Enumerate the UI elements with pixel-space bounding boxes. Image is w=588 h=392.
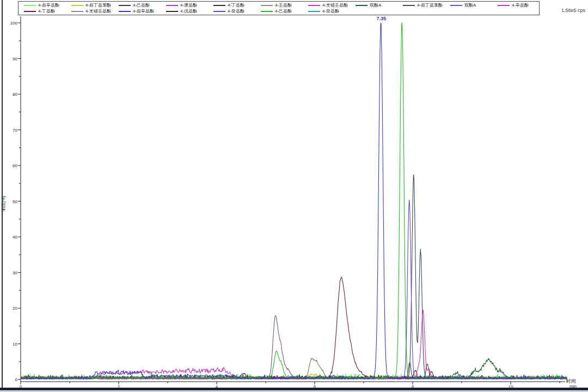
peak-retention-time-label: 7.35 [377,16,387,21]
y-tick-label: 50 [0,199,17,204]
y-tick-label: 0 [0,377,17,382]
chromatogram-trace [21,23,567,379]
y-tick-label: 90 [0,57,17,62]
y-tick-label: 100 [0,21,17,26]
chromatogram-trace [21,310,567,379]
chromatogram-trace [21,316,567,379]
plot-canvas[interactable] [0,0,588,392]
y-tick-label: 20 [0,306,17,311]
axis-lines [21,16,565,382]
y-tick-label: 30 [0,271,17,275]
y-tick-label: 10 [0,342,17,347]
chromatogram-trace [21,23,567,379]
window-bottom-bar [0,388,588,390]
chromatogram-trace [21,175,567,379]
y-axis-ticks [18,23,21,379]
y-tick-label: 40 [0,235,17,240]
y-tick-label: 60 [0,163,17,168]
x-axis-ticks [21,382,560,384]
y-tick-label: 70 [0,128,17,133]
y-tick-label: 80 [0,92,17,97]
chromatogram-trace [21,200,567,379]
chromatogram-window: 4-叔辛基酚4-叔丁基苯酚4-己基酚4-庚基酚4-丁基酚4-壬基酚4-支链壬基酚… [0,0,588,392]
